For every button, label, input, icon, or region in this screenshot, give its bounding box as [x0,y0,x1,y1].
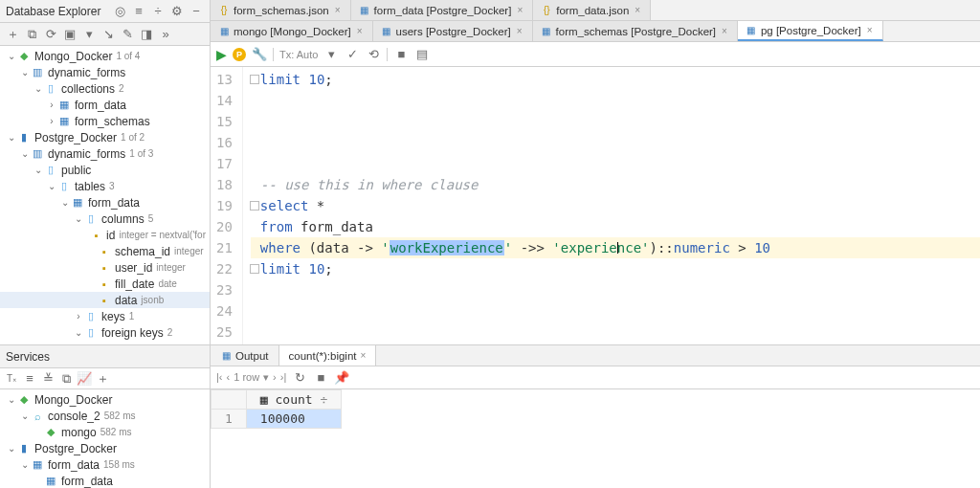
layout-icon[interactable]: ▤ [414,47,430,62]
stop2-icon[interactable]: ■ [313,370,328,386]
gear-icon[interactable]: ⚙ [169,4,185,19]
sql-editor[interactable]: 13141516171819202122232425 limit 10;-- u… [211,67,980,344]
chevron-down-icon[interactable]: ▾ [323,47,339,62]
file-tabs[interactable]: {}form_schemas.json×▦form_data [Postgre_… [211,0,980,21]
split-right-icon[interactable]: ◨ [138,27,155,42]
next-page-icon[interactable]: › [273,371,277,384]
close-icon[interactable]: × [361,350,367,361]
tab[interactable]: ▦pg [Postgre_Docker]× [738,21,883,41]
first-page-icon[interactable]: |‹ [216,371,223,384]
layout2-icon[interactable]: ⧉ [58,371,74,387]
tree-item[interactable]: ⌄▯foreign keys2 [0,324,210,341]
last-page-icon[interactable]: ›| [280,371,287,384]
tab[interactable]: {}form_data.json× [533,0,651,20]
tree-item[interactable]: ⌄▦form_data [0,194,210,211]
prev-page-icon[interactable]: ‹ [227,371,231,384]
tree-item[interactable]: ⌄◆Mongo_Docker [0,391,210,408]
tree-item[interactable]: ▪schema_idinteger [0,243,210,259]
pager[interactable]: |‹ ‹ 1 row ▾ › ›| [216,371,286,384]
close-icon[interactable]: × [635,5,640,15]
tab[interactable]: {}form_schemas.json× [211,0,351,20]
tree-item[interactable]: ⌄▥dynamic_forms [0,64,210,80]
chevron-icon[interactable]: › [46,100,57,110]
chevron-icon[interactable]: ⌄ [19,148,31,159]
jump-icon[interactable]: ↘ [100,27,117,42]
expand-icon[interactable]: ≚ [40,371,56,387]
edit-icon[interactable]: ✎ [119,27,136,42]
add-icon[interactable]: ＋ [4,27,21,42]
tree-item[interactable]: ▦form_data [0,473,210,488]
tree-item[interactable]: ⌄▯public [0,162,210,178]
chevron-icon[interactable]: ⌄ [33,165,44,175]
refresh-icon[interactable]: ⟳ [42,27,59,42]
tree-item[interactable]: ▪datajsonb [0,292,210,308]
tree-item[interactable]: ▪user_idinteger [0,259,210,276]
result-grid[interactable]: ▦ count ÷1100000 [211,389,980,488]
chevron-icon[interactable]: ⌄ [19,410,31,421]
chevron-icon[interactable]: ⌄ [19,459,31,470]
more-icon[interactable]: » [157,27,174,42]
tree-item[interactable]: ▪idinteger = nextval('for [0,227,210,243]
minimize-icon[interactable]: − [189,4,204,19]
chevron-icon[interactable]: ⌄ [6,132,17,143]
close-icon[interactable]: × [867,25,873,35]
filter2-icon[interactable]: ≡ [22,371,37,387]
collapse-icon[interactable]: ≡ [131,4,146,19]
target-icon[interactable]: ◎ [112,4,127,19]
tree-item[interactable]: ⌄▥dynamic_forms1 of 3 [0,145,210,162]
tree-item[interactable]: ›▯keys1 [0,308,210,324]
graph-icon[interactable]: 📈 [77,371,92,387]
db-tree[interactable]: ⌄◆Mongo_Docker1 of 4⌄▥dynamic_forms⌄▯col… [0,46,210,344]
tab[interactable]: ▦users [Postgre_Docker]× [373,21,533,41]
tree-item[interactable]: ⌄▮Postgre_Docker1 of 2 [0,129,210,145]
tab[interactable]: ▦form_data [Postgre_Docker]× [351,0,534,20]
tree-item[interactable]: ⌄▯tables3 [0,178,210,194]
chevron-icon[interactable]: ⌄ [46,181,57,191]
close-icon[interactable]: × [335,5,341,15]
chevron-icon[interactable]: ⌄ [6,443,17,454]
services-tree[interactable]: ⌄◆Mongo_Docker⌄⌕console_2582 ms◆mongo582… [0,389,210,488]
tx-mode-label[interactable]: Tx: Auto [279,49,318,60]
tx-icon[interactable]: Tₓ [4,371,19,387]
add2-icon[interactable]: ＋ [95,371,110,387]
chevron-icon[interactable]: ⌄ [33,83,44,94]
stop-script-icon[interactable]: ■ [393,47,409,62]
code-area[interactable]: limit 10;-- use this in where clausesele… [243,67,980,344]
close-icon[interactable]: × [357,26,363,36]
tree-item[interactable]: ▪fill_datedate [0,276,210,292]
tree-item[interactable]: ⌄▯collections2 [0,80,210,97]
tab[interactable]: ▦form_schemas [Postgre_Docker]× [533,21,738,41]
console-tabs[interactable]: ▦mongo [Mongo_Docker]×▦users [Postgre_Do… [211,21,980,42]
tree-item[interactable]: ⌄⌕console_2582 ms [0,408,210,424]
chevron-icon[interactable]: › [46,116,57,126]
cell-count[interactable]: 100000 [246,410,341,429]
stop-icon[interactable]: ▣ [61,27,78,42]
col-header[interactable]: ▦ count ÷ [246,390,341,410]
plan-icon[interactable]: P [233,48,246,61]
output-tabs[interactable]: ▦Outputcount(*):bigint× [211,345,980,366]
tree-item[interactable]: ›▦form_schemas [0,113,210,129]
tree-item[interactable]: ⌄▦form_data158 ms [0,456,210,473]
tab[interactable]: ▦mongo [Mongo_Docker]× [211,21,373,41]
pin-icon[interactable]: 📌 [334,370,349,386]
close-icon[interactable]: × [722,26,727,36]
tree-item[interactable]: ›▦form_data [0,97,210,113]
tab[interactable]: ▦Output [211,345,279,366]
divide-icon[interactable]: ÷ [150,4,166,19]
rollback-icon[interactable]: ⟲ [366,47,381,62]
tab[interactable]: count(*):bigint× [279,345,377,366]
chevron-icon[interactable]: ⌄ [73,327,84,338]
commit-icon[interactable]: ✓ [345,47,360,62]
close-icon[interactable]: × [517,26,523,36]
chevron-icon[interactable]: ⌄ [6,394,17,405]
filter-icon[interactable]: ▾ [80,27,98,42]
chevron-icon[interactable]: ⌄ [73,213,84,224]
chevron-icon[interactable]: ⌄ [6,51,17,61]
close-icon[interactable]: × [517,5,523,15]
tree-item[interactable]: ⌄▯columns5 [0,211,210,227]
reload-icon[interactable]: ↻ [292,370,307,386]
run-icon[interactable]: ▶ [216,47,227,62]
chevron-icon[interactable]: › [73,311,84,322]
chevron-icon[interactable]: ⌄ [59,197,71,208]
tree-item[interactable]: ⌄▮Postgre_Docker [0,440,210,456]
